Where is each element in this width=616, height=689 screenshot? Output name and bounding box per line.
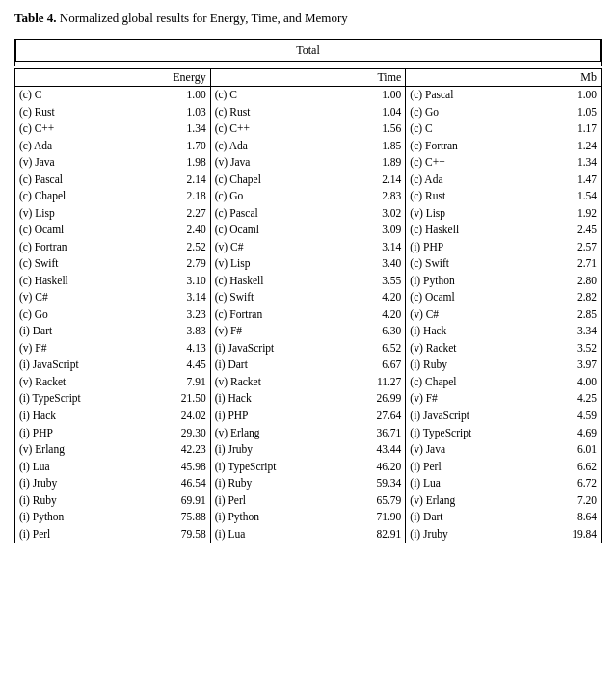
val-cell: 3.52: [538, 340, 601, 358]
lang-cell: (v) Lisp: [211, 255, 343, 273]
lang-cell: (c) C++: [211, 120, 343, 138]
val-cell: 2.80: [538, 273, 601, 290]
table-row: (i) JavaScript4.45: [15, 357, 210, 374]
lang-cell: (c) Pascal: [211, 205, 343, 223]
lang-cell: (c) Go: [406, 104, 538, 121]
val-cell: 1.24: [538, 138, 601, 155]
table-row: (v) Java1.98: [15, 154, 210, 172]
energy-section: Energy (c) C1.00(c) Rust1.03(c) C++1.34(…: [14, 68, 211, 543]
val-cell: 65.79: [343, 492, 406, 510]
table-row: (i) JavaScript6.52: [211, 340, 406, 358]
table-row: (c) Haskell3.55: [211, 273, 406, 290]
table-row: (v) F#4.25: [406, 390, 601, 408]
lang-cell: (i) Jruby: [406, 526, 538, 543]
val-cell: 8.64: [538, 509, 601, 526]
memory-lang-header: [406, 69, 538, 87]
table-row: (c) Chapel2.14: [211, 172, 406, 189]
lang-cell: (c) Rust: [15, 104, 138, 121]
val-cell: 27.64: [343, 408, 406, 425]
lang-cell: (c) Fortran: [211, 306, 343, 324]
val-cell: 4.59: [538, 408, 601, 425]
val-cell: 7.91: [138, 374, 210, 391]
val-cell: 2.40: [138, 222, 210, 239]
val-cell: 42.23: [138, 441, 210, 459]
val-cell: 46.54: [138, 475, 210, 492]
val-cell: 46.20: [343, 459, 406, 476]
val-cell: 1.85: [343, 138, 406, 155]
val-cell: 3.55: [343, 273, 406, 290]
val-cell: 36.71: [343, 425, 406, 442]
lang-cell: (i) TypeScript: [211, 459, 343, 476]
time-table: Time (c) C1.00(c) Rust1.04(c) C++1.56(c)…: [211, 69, 406, 543]
table-row: (c) Pascal3.02: [211, 205, 406, 223]
lang-cell: (i) Jruby: [211, 441, 343, 459]
energy-lang-header: [15, 69, 138, 87]
lang-cell: (c) Ada: [406, 172, 538, 189]
table-row: (i) Python2.80: [406, 273, 601, 290]
table-row: (v) Java1.89: [211, 154, 406, 172]
time-header: Time: [343, 69, 406, 87]
time-section: Time (c) C1.00(c) Rust1.04(c) C++1.56(c)…: [211, 68, 407, 543]
table-row: (v) Lisp2.27: [15, 205, 210, 223]
val-cell: 1.47: [538, 172, 601, 189]
val-cell: 3.83: [138, 323, 210, 340]
lang-cell: (v) C#: [211, 239, 343, 256]
table-row: (c) Rust1.03: [15, 104, 210, 121]
lang-cell: (c) Haskell: [406, 222, 538, 239]
lang-cell: (c) C++: [406, 154, 538, 172]
lang-cell: (i) PHP: [211, 408, 343, 425]
table-row: (i) TypeScript4.69: [406, 425, 601, 442]
val-cell: 11.27: [343, 374, 406, 391]
lang-cell: (c) Swift: [406, 255, 538, 273]
table-row: (v) Lisp1.92: [406, 205, 601, 223]
memory-section: Mb (c) Pascal1.00(c) Go1.05(c) C1.17(c) …: [406, 68, 602, 543]
table-row: (i) Hack26.99: [211, 390, 406, 408]
val-cell: 1.05: [538, 104, 601, 121]
table-row: (v) Lisp3.40: [211, 255, 406, 273]
lang-cell: (v) Erlang: [211, 425, 343, 442]
table-row: (i) Lua6.72: [406, 475, 601, 492]
val-cell: 4.25: [538, 390, 601, 408]
lang-cell: (i) TypeScript: [15, 390, 138, 408]
table-row: (c) Swift2.79: [15, 255, 210, 273]
lang-cell: (c) Chapel: [406, 374, 538, 391]
table-row: (i) Jruby19.84: [406, 526, 601, 543]
lang-cell: (c) Rust: [211, 104, 343, 121]
val-cell: 21.50: [138, 390, 210, 408]
table-row: (i) TypeScript46.20: [211, 459, 406, 476]
val-cell: 1.00: [343, 87, 406, 104]
table-row: (c) Ocaml3.09: [211, 222, 406, 239]
val-cell: 71.90: [343, 509, 406, 526]
lang-cell: (v) Lisp: [406, 205, 538, 223]
val-cell: 4.13: [138, 340, 210, 358]
lang-cell: (c) Ada: [15, 138, 138, 155]
val-cell: 26.99: [343, 390, 406, 408]
table-row: (v) Erlang7.20: [406, 492, 601, 510]
lang-cell: (v) Erlang: [15, 441, 138, 459]
lang-cell: (c) Pascal: [406, 87, 538, 104]
val-cell: 6.72: [538, 475, 601, 492]
val-cell: 59.34: [343, 475, 406, 492]
lang-cell: (i) PHP: [406, 239, 538, 256]
val-cell: 2.18: [138, 188, 210, 205]
table-row: (c) Fortran1.24: [406, 138, 601, 155]
table-row: (i) PHP27.64: [211, 408, 406, 425]
table-row: (c) Go2.83: [211, 188, 406, 205]
val-cell: 2.82: [538, 289, 601, 306]
table-row: (c) C++1.34: [15, 120, 210, 138]
val-cell: 3.14: [138, 289, 210, 306]
table-row: (i) Dart8.64: [406, 509, 601, 526]
lang-cell: (i) Hack: [406, 323, 538, 340]
lang-cell: (v) Java: [406, 441, 538, 459]
lang-cell: (i) TypeScript: [406, 425, 538, 442]
lang-cell: (c) C: [211, 87, 343, 104]
lang-cell: (v) F#: [15, 340, 138, 358]
val-cell: 3.40: [343, 255, 406, 273]
data-columns: Energy (c) C1.00(c) Rust1.03(c) C++1.34(…: [14, 68, 602, 543]
val-cell: 1.03: [138, 104, 210, 121]
lang-cell: (i) Dart: [406, 509, 538, 526]
table-row: (i) Lua45.98: [15, 459, 210, 476]
table-row: (i) PHP29.30: [15, 425, 210, 442]
lang-cell: (c) Chapel: [15, 188, 138, 205]
lang-cell: (v) Java: [211, 154, 343, 172]
